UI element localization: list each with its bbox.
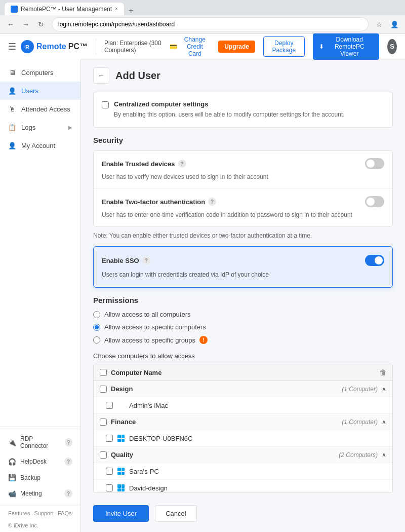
nav-refresh-btn[interactable]: ↻: [34, 18, 48, 31]
computer-desktop-checkbox[interactable]: [106, 435, 113, 442]
sidebar-item-users[interactable]: 👤 Users: [0, 82, 80, 100]
meeting-icon: 📹: [8, 490, 16, 498]
meeting-help-icon[interactable]: ?: [64, 489, 72, 498]
download-label: Download RemotePC Viewer: [326, 36, 373, 57]
user-profile-btn[interactable]: 👤: [388, 18, 401, 31]
back-btn[interactable]: ←: [93, 67, 109, 84]
group-quality-chevron[interactable]: ∧: [382, 451, 386, 459]
trusted-devices-help[interactable]: ?: [178, 160, 186, 168]
centralized-settings-checkbox[interactable]: [102, 101, 109, 108]
perm-all-input[interactable]: [93, 311, 100, 318]
new-tab-btn[interactable]: +: [125, 6, 137, 15]
sidebar-footer: Features Support FAQs: [0, 506, 80, 520]
perm-specific-label: Allow access to specific computers: [104, 323, 206, 331]
permissions-section: Permissions Allow access to all computer…: [93, 296, 393, 344]
logo-pc: PC™: [68, 42, 88, 51]
footer-support[interactable]: Support: [34, 510, 54, 516]
download-btn[interactable]: ⬇ Download RemotePC Viewer: [313, 33, 379, 60]
sidebar-item-backup[interactable]: 💾 Backup: [0, 470, 80, 485]
windows-icon-sara: [117, 467, 125, 475]
sidebar-item-account[interactable]: 👤 My Account: [0, 136, 80, 155]
deploy-btn[interactable]: Deploy Package: [263, 36, 305, 57]
computer-imac-name: Admin's iMac: [129, 402, 386, 409]
footer-features[interactable]: Features: [8, 510, 30, 516]
perm-specific-radio[interactable]: Allow access to specific computers: [93, 323, 393, 331]
group-design-chevron[interactable]: ∧: [382, 386, 386, 393]
rdp-help-icon[interactable]: ?: [65, 438, 72, 446]
helpdesk-help-icon[interactable]: ?: [64, 458, 72, 466]
sso-label: Enable SSO ?: [102, 256, 150, 264]
meeting-label: Meeting: [20, 490, 42, 497]
upgrade-btn[interactable]: Upgrade: [218, 41, 255, 53]
sidebar-item-computers[interactable]: 🖥 Computers: [0, 63, 80, 82]
sidebar-item-rdp[interactable]: 🔌 RDP Connector ?: [0, 431, 80, 453]
sidebar-item-logs[interactable]: 📋 Logs ▶: [0, 118, 80, 136]
browser-tabs-bar: RemotePC™ - User Management × +: [0, 0, 405, 15]
perm-specific-input[interactable]: [93, 324, 100, 331]
invite-user-btn[interactable]: Invite User: [93, 505, 149, 522]
two-factor-toggle[interactable]: [365, 196, 384, 207]
centralized-settings-label: Centralized computer settings: [114, 100, 384, 108]
download-icon: ⬇: [319, 43, 324, 50]
credit-card-label: Change Credit Card: [179, 36, 210, 57]
trusted-devices-item: Enable Trusted devices ? User has to ver…: [94, 151, 392, 189]
group-row-finance: Finance (1 Computer) ∧: [94, 414, 392, 430]
sidebar-item-helpdesk[interactable]: 🎧 HelpDesk ?: [0, 453, 80, 470]
group-design-checkbox[interactable]: [100, 386, 107, 393]
security-title: Security: [93, 136, 393, 144]
active-tab[interactable]: RemotePC™ - User Management ×: [4, 2, 125, 15]
sso-toggle[interactable]: [365, 255, 384, 266]
plan-info: Plan: Enterprise (300 Computers): [96, 40, 162, 54]
bookmark-btn[interactable]: ☆: [373, 18, 386, 31]
group-finance-chevron[interactable]: ∧: [382, 419, 386, 426]
computers-icon: 🖥: [8, 68, 16, 77]
perm-groups-radio[interactable]: Allow access to specific groups !: [93, 336, 393, 344]
hamburger-btn[interactable]: ☰: [8, 41, 16, 52]
permissions-title: Permissions: [93, 296, 393, 305]
url-bar: ← → ↻ ☆ 👤: [0, 15, 405, 34]
backup-label: Backup: [20, 474, 40, 481]
perm-groups-input[interactable]: [93, 336, 100, 344]
sidebar-item-meeting[interactable]: 📹 Meeting ?: [0, 485, 80, 502]
nav-forward-btn[interactable]: →: [19, 18, 32, 31]
computer-row-imac: Admin's iMac: [94, 397, 392, 414]
two-factor-item: Enable Two-factor authentication ? User …: [94, 189, 392, 226]
footer-faqs[interactable]: FAQs: [58, 510, 72, 516]
computer-imac-checkbox[interactable]: [106, 402, 113, 409]
url-input[interactable]: [52, 17, 369, 31]
apple-icon: [117, 401, 125, 409]
sso-desc: Users can login with credentials created…: [102, 270, 384, 279]
group-quality-checkbox[interactable]: [100, 451, 107, 459]
group-finance-checkbox[interactable]: [100, 419, 107, 426]
credit-card-btn[interactable]: 💳 Change Credit Card: [170, 36, 210, 57]
computers-table: Computer Name 🗑 Design (1 Computer) ∧: [93, 364, 393, 493]
cancel-btn[interactable]: Cancel: [155, 505, 196, 522]
table-header-row: Computer Name 🗑: [94, 364, 392, 381]
credit-card-icon: 💳: [170, 43, 177, 50]
user-avatar[interactable]: S: [387, 39, 397, 54]
sso-card: Enable SSO ? Users can login with creden…: [93, 246, 393, 288]
trusted-devices-toggle[interactable]: [365, 158, 384, 169]
backup-icon: 💾: [8, 474, 16, 481]
perm-groups-label: Allow access to specific groups: [104, 336, 195, 344]
attended-icon: 🖱: [8, 105, 16, 113]
sidebar-item-attended[interactable]: 🖱 Attended Access: [0, 100, 80, 118]
computer-sara-checkbox[interactable]: [106, 468, 113, 475]
two-factor-help[interactable]: ?: [208, 198, 216, 206]
logo-text: Remote: [36, 42, 66, 51]
computer-david-checkbox[interactable]: [106, 484, 113, 491]
sidebar-label-users: Users: [21, 87, 38, 95]
users-icon: 👤: [8, 87, 16, 95]
logo-area: ☰ R RemotePC™: [8, 40, 88, 54]
logs-icon: 📋: [8, 123, 16, 131]
table-body: Design (1 Computer) ∧ Admin's iMac: [94, 381, 392, 492]
perm-all-radio[interactable]: Allow access to all computers: [93, 311, 393, 318]
nav-back-btn[interactable]: ←: [4, 18, 17, 31]
sso-help[interactable]: ?: [142, 256, 150, 264]
delete-icon[interactable]: 🗑: [379, 368, 386, 376]
helpdesk-icon: 🎧: [8, 458, 16, 466]
table-select-all[interactable]: [100, 369, 107, 376]
group-finance-name: Finance: [111, 418, 338, 426]
tab-close-btn[interactable]: ×: [115, 6, 118, 12]
computer-sara-name: Sara's-PC: [129, 468, 386, 475]
